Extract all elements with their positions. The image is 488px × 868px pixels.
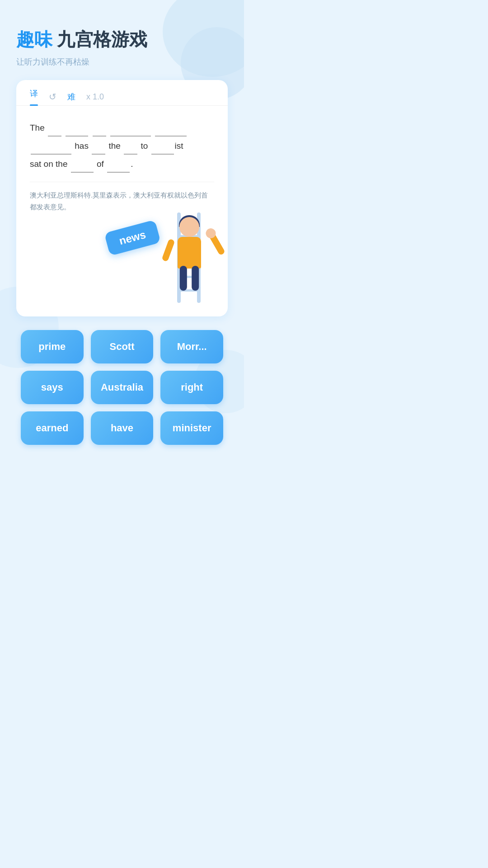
blank-9 <box>151 137 174 155</box>
title-blue: 趣味 <box>16 27 52 52</box>
blank-1 <box>48 118 61 137</box>
word-btn-australia[interactable]: Australia <box>91 371 154 404</box>
tab-refresh[interactable]: ↺ <box>49 91 56 102</box>
title-row: 趣味 九宫格游戏 <box>16 27 228 52</box>
person-arm-left <box>161 239 175 262</box>
blank-2 <box>66 118 88 137</box>
sentence-text: The has the to ist sat on the <box>30 118 214 173</box>
person-hand <box>204 226 217 240</box>
header: 趣味 九宫格游戏 让听力训练不再枯燥 <box>16 27 228 67</box>
news-chip: news <box>104 220 161 256</box>
blank-5 <box>155 118 187 137</box>
translation-text: 澳大利亚总理斯科特.莫里森表示，澳大利亚有权就以色列首都发表意见。 <box>30 182 214 212</box>
sentence-area: The has the to ist sat on the <box>16 106 228 222</box>
blank-10 <box>71 155 94 173</box>
person-arm-right <box>206 229 225 256</box>
word-btn-scott[interactable]: Scott <box>91 330 154 363</box>
blank-4 <box>110 118 151 137</box>
person-head <box>179 217 199 237</box>
blank-6 <box>31 137 71 155</box>
title-dark: 九宫格游戏 <box>57 27 147 52</box>
person-body <box>178 237 201 269</box>
blank-8 <box>124 137 137 155</box>
word-btn-right[interactable]: right <box>160 371 223 404</box>
word-grid: primeScottMorr...saysAustraliarightearne… <box>16 330 228 445</box>
word-btn-minister[interactable]: minister <box>160 411 223 445</box>
blank-7 <box>92 137 105 155</box>
word-btn-says[interactable]: says <box>21 371 84 404</box>
blank-3 <box>93 118 106 137</box>
person-illustration <box>160 217 219 307</box>
main-card: 译 ↺ 难 x 1.0 The has the <box>16 80 228 316</box>
person-leg-right <box>192 266 199 291</box>
word-btn-earned[interactable]: earned <box>21 411 84 445</box>
word-btn-have[interactable]: have <box>91 411 154 445</box>
word-btn-morrison[interactable]: Morr... <box>160 330 223 363</box>
word-btn-prime[interactable]: prime <box>21 330 84 363</box>
blank-11 <box>107 155 130 173</box>
subtitle: 让听力训练不再枯燥 <box>16 57 228 67</box>
tab-bar: 译 ↺ 难 x 1.0 <box>16 80 228 106</box>
tab-speed[interactable]: x 1.0 <box>86 92 104 102</box>
illustration: news <box>16 222 228 303</box>
tab-difficulty[interactable]: 难 <box>67 91 75 102</box>
tab-translate[interactable]: 译 <box>30 88 38 105</box>
person-leg-left <box>179 266 187 291</box>
